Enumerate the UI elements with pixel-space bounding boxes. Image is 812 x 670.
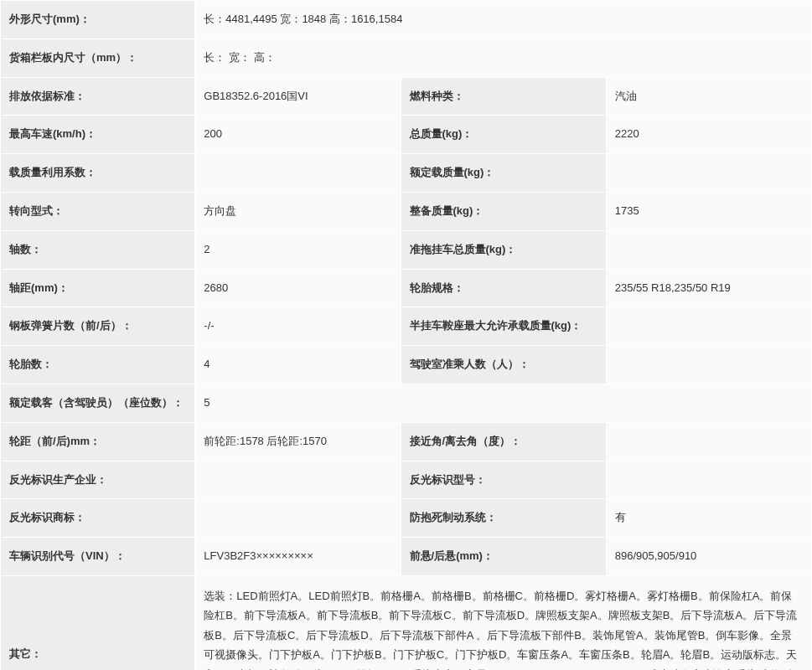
load-util-label: 载质量利用系数： xyxy=(1,154,195,193)
reflector-brand-label: 反光标识商标： xyxy=(1,499,195,538)
table-row: 载质量利用系数： 额定载质量(kg)： xyxy=(1,154,812,193)
table-row: 轮距（前/后)mm： 前轮距:1578 后轮距:1570 接近角/离去角（度）： xyxy=(1,422,812,461)
fifth-wheel-label: 半挂车鞍座最大允许承载质量(kg)： xyxy=(401,307,606,346)
other-label: 其它： xyxy=(1,575,195,670)
rated-pass-label: 额定载客（含驾驶员）（座位数）： xyxy=(1,384,195,422)
gross-mass-label: 总质量(kg)： xyxy=(401,116,606,154)
rated-pass-value: 5 xyxy=(195,384,812,422)
axle-count-value: 2 xyxy=(195,230,401,269)
axle-count-label: 轴数： xyxy=(1,230,195,269)
tire-spec-value: 235/55 R18,235/50 R19 xyxy=(606,269,811,307)
emission-label: 排放依据标准： xyxy=(1,77,195,116)
reflector-model-label: 反光标识型号： xyxy=(401,461,606,499)
table-row: 钢板弹簧片数（前/后）： -/- 半挂车鞍座最大允许承载质量(kg)： xyxy=(1,307,812,346)
reflector-brand-value xyxy=(195,499,401,538)
rated-load-value xyxy=(606,154,811,193)
max-speed-label: 最高车速(km/h)： xyxy=(1,116,195,154)
table-row: 额定载客（含驾驶员）（座位数）： 5 xyxy=(1,384,812,422)
fuel-type-value: 汽油 xyxy=(606,77,811,116)
emission-value: GB18352.6-2016国VI xyxy=(195,77,401,116)
trailer-mass-value xyxy=(606,230,811,269)
curb-mass-label: 整备质量(kg)： xyxy=(401,192,606,230)
cab-seats-value xyxy=(606,346,811,384)
reflector-mfr-label: 反光标识生产企业： xyxy=(1,461,195,499)
steering-value: 方向盘 xyxy=(195,192,401,230)
cab-seats-label: 驾驶室准乘人数（人）： xyxy=(401,346,606,384)
vin-value: LFV3B2F3××××××××× xyxy=(195,538,401,576)
dimensions-value: 长：4481,4495 宽：1848 高：1616,1584 xyxy=(195,1,812,39)
table-row: 轴距(mm)： 2680 轮胎规格： 235/55 R18,235/50 R19 xyxy=(1,269,812,307)
table-row: 货箱栏板内尺寸（mm）： 长： 宽： 高： xyxy=(1,39,812,77)
table-row: 反光标识商标： 防抱死制动系统： 有 xyxy=(1,499,812,538)
leaf-spring-label: 钢板弹簧片数（前/后）： xyxy=(1,307,195,346)
rated-load-label: 额定载质量(kg)： xyxy=(401,154,606,193)
reflector-model-value xyxy=(606,461,811,499)
table-row: 反光标识生产企业： 反光标识型号： xyxy=(1,461,812,499)
max-speed-value: 200 xyxy=(195,116,401,154)
abs-label: 防抱死制动系统： xyxy=(401,499,606,538)
track-value: 前轮距:1578 后轮距:1570 xyxy=(195,422,401,461)
table-row: 轴数： 2 准拖挂车总质量(kg)： xyxy=(1,230,812,269)
tire-count-value: 4 xyxy=(195,346,401,384)
reflector-mfr-value xyxy=(195,461,401,499)
tire-spec-label: 轮胎规格： xyxy=(401,269,606,307)
table-row: 轮胎数： 4 驾驶室准乘人数（人）： xyxy=(1,346,812,384)
trailer-mass-label: 准拖挂车总质量(kg)： xyxy=(401,230,606,269)
tire-count-label: 轮胎数： xyxy=(1,346,195,384)
steering-label: 转向型式： xyxy=(1,192,195,230)
table-row: 外形尺寸(mm)： 长：4481,4495 宽：1848 高：1616,1584 xyxy=(1,1,812,39)
overhang-label: 前悬/后悬(mm)： xyxy=(401,538,606,576)
fifth-wheel-value xyxy=(606,307,811,346)
approach-label: 接近角/离去角（度）： xyxy=(401,422,606,461)
overhang-value: 896/905,905/910 xyxy=(606,538,811,576)
gross-mass-value: 2220 xyxy=(606,116,811,154)
table-row: 车辆识别代号（VIN）： LFV3B2F3××××××××× 前悬/后悬(mm)… xyxy=(1,538,812,576)
leaf-spring-value: -/- xyxy=(195,307,401,346)
table-row: 转向型式： 方向盘 整备质量(kg)： 1735 xyxy=(1,192,812,230)
wheelbase-label: 轴距(mm)： xyxy=(1,269,195,307)
approach-value xyxy=(606,422,811,461)
curb-mass-value: 1735 xyxy=(606,192,811,230)
track-label: 轮距（前/后)mm： xyxy=(1,422,195,461)
load-util-value xyxy=(195,154,401,193)
wheelbase-value: 2680 xyxy=(195,269,401,307)
abs-value: 有 xyxy=(606,499,811,538)
spec-table: 外形尺寸(mm)： 长：4481,4495 宽：1848 高：1616,1584… xyxy=(0,0,812,670)
cargo-box-value: 长： 宽： 高： xyxy=(195,39,812,77)
dimensions-label: 外形尺寸(mm)： xyxy=(1,1,195,39)
table-row: 排放依据标准： GB18352.6-2016国VI 燃料种类： 汽油 xyxy=(1,77,812,116)
fuel-type-label: 燃料种类： xyxy=(401,77,606,116)
table-row: 其它： 选装：LED前照灯A。LED前照灯B。前格栅A。前格栅B。前格栅C。前格… xyxy=(1,575,812,670)
other-value: 选装：LED前照灯A。LED前照灯B。前格栅A。前格栅B。前格栅C。前格栅D。雾… xyxy=(195,575,812,670)
vin-label: 车辆识别代号（VIN）： xyxy=(1,538,195,576)
table-row: 最高车速(km/h)： 200 总质量(kg)： 2220 xyxy=(1,116,812,154)
cargo-box-label: 货箱栏板内尺寸（mm）： xyxy=(1,39,195,77)
